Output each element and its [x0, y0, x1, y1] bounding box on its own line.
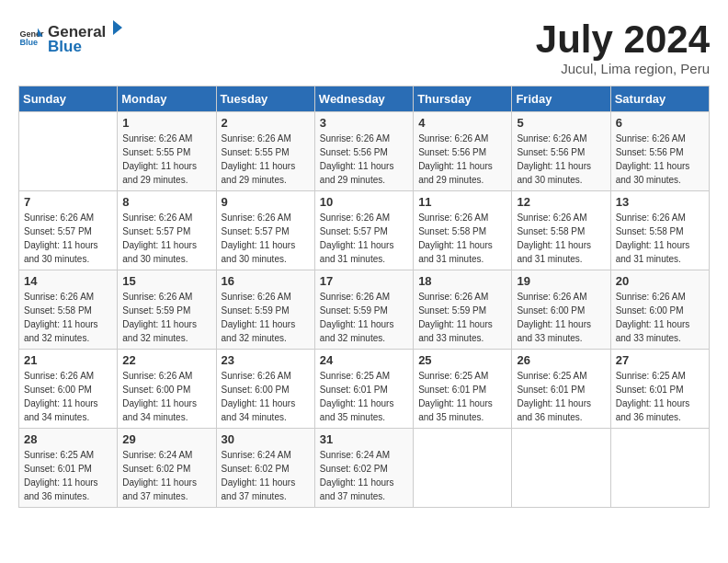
day-info: Sunrise: 6:26 AM Sunset: 5:59 PM Dayligh… — [418, 290, 506, 345]
day-info: Sunrise: 6:26 AM Sunset: 5:56 PM Dayligh… — [320, 132, 408, 187]
calendar-title: July 2024 — [536, 18, 710, 61]
day-number: 21 — [24, 353, 112, 367]
day-info: Sunrise: 6:26 AM Sunset: 5:59 PM Dayligh… — [122, 290, 210, 345]
day-info: Sunrise: 6:26 AM Sunset: 5:58 PM Dayligh… — [517, 211, 605, 266]
day-info: Sunrise: 6:25 AM Sunset: 6:01 PM Dayligh… — [418, 369, 506, 424]
day-number: 8 — [122, 195, 210, 209]
day-cell: 22Sunrise: 6:26 AM Sunset: 6:00 PM Dayli… — [118, 350, 216, 429]
day-number: 30 — [222, 432, 310, 446]
day-info: Sunrise: 6:25 AM Sunset: 6:01 PM Dayligh… — [616, 369, 704, 424]
day-number: 6 — [616, 116, 704, 130]
weekday-header-friday: Friday — [512, 86, 610, 112]
day-info: Sunrise: 6:26 AM Sunset: 5:55 PM Dayligh… — [222, 132, 310, 187]
day-info: Sunrise: 6:26 AM Sunset: 5:57 PM Dayligh… — [222, 211, 310, 266]
day-info: Sunrise: 6:25 AM Sunset: 6:01 PM Dayligh… — [320, 369, 408, 424]
day-cell: 17Sunrise: 6:26 AM Sunset: 5:59 PM Dayli… — [314, 270, 413, 350]
day-info: Sunrise: 6:26 AM Sunset: 5:58 PM Dayligh… — [418, 211, 506, 266]
day-number: 7 — [24, 195, 112, 209]
day-info: Sunrise: 6:26 AM Sunset: 5:56 PM Dayligh… — [418, 132, 506, 187]
day-number: 27 — [616, 353, 704, 367]
weekday-header-monday: Monday — [118, 86, 216, 112]
day-cell: 19Sunrise: 6:26 AM Sunset: 6:00 PM Dayli… — [512, 270, 610, 350]
day-info: Sunrise: 6:26 AM Sunset: 6:00 PM Dayligh… — [616, 290, 704, 345]
week-row-2: 7Sunrise: 6:26 AM Sunset: 5:57 PM Daylig… — [19, 191, 710, 270]
day-cell: 24Sunrise: 6:25 AM Sunset: 6:01 PM Dayli… — [314, 350, 413, 429]
logo-arrow-icon — [106, 18, 124, 37]
day-info: Sunrise: 6:26 AM Sunset: 5:55 PM Dayligh… — [122, 132, 210, 187]
day-cell — [414, 429, 512, 508]
day-cell: 29Sunrise: 6:24 AM Sunset: 6:02 PM Dayli… — [118, 429, 216, 508]
day-number: 13 — [616, 195, 704, 209]
day-number: 9 — [222, 195, 310, 209]
weekday-header-saturday: Saturday — [610, 86, 709, 112]
day-number: 24 — [320, 353, 408, 367]
day-number: 12 — [517, 195, 605, 209]
day-info: Sunrise: 6:26 AM Sunset: 6:00 PM Dayligh… — [24, 369, 112, 424]
day-cell: 4Sunrise: 6:26 AM Sunset: 5:56 PM Daylig… — [414, 112, 512, 191]
day-number: 22 — [122, 353, 210, 367]
calendar-subtitle: Jucul, Lima region, Peru — [536, 61, 710, 76]
day-cell: 2Sunrise: 6:26 AM Sunset: 5:55 PM Daylig… — [216, 112, 314, 191]
day-number: 18 — [418, 274, 506, 288]
day-cell: 18Sunrise: 6:26 AM Sunset: 5:59 PM Dayli… — [414, 270, 512, 350]
day-number: 2 — [222, 116, 310, 130]
day-cell: 8Sunrise: 6:26 AM Sunset: 5:57 PM Daylig… — [118, 191, 216, 270]
day-number: 20 — [616, 274, 704, 288]
svg-marker-3 — [113, 20, 122, 35]
day-info: Sunrise: 6:26 AM Sunset: 5:56 PM Dayligh… — [616, 132, 704, 187]
day-info: Sunrise: 6:26 AM Sunset: 5:58 PM Dayligh… — [616, 211, 704, 266]
day-info: Sunrise: 6:24 AM Sunset: 6:02 PM Dayligh… — [122, 448, 210, 503]
weekday-header-sunday: Sunday — [19, 86, 118, 112]
day-number: 15 — [122, 274, 210, 288]
day-info: Sunrise: 6:26 AM Sunset: 5:57 PM Dayligh… — [122, 211, 210, 266]
day-info: Sunrise: 6:26 AM Sunset: 6:00 PM Dayligh… — [222, 369, 310, 424]
day-info: Sunrise: 6:24 AM Sunset: 6:02 PM Dayligh… — [320, 448, 408, 503]
day-cell: 15Sunrise: 6:26 AM Sunset: 5:59 PM Dayli… — [118, 270, 216, 350]
day-cell: 26Sunrise: 6:25 AM Sunset: 6:01 PM Dayli… — [512, 350, 610, 429]
header: General Blue General Blue July 2024 Jucu… — [18, 18, 710, 76]
day-info: Sunrise: 6:26 AM Sunset: 5:59 PM Dayligh… — [222, 290, 310, 345]
day-number: 26 — [517, 353, 605, 367]
day-info: Sunrise: 6:26 AM Sunset: 5:56 PM Dayligh… — [517, 132, 605, 187]
day-cell: 27Sunrise: 6:25 AM Sunset: 6:01 PM Dayli… — [610, 350, 709, 429]
weekday-header-row: SundayMondayTuesdayWednesdayThursdayFrid… — [19, 86, 710, 112]
day-number: 29 — [122, 432, 210, 446]
weekday-header-wednesday: Wednesday — [314, 86, 413, 112]
day-info: Sunrise: 6:26 AM Sunset: 5:57 PM Dayligh… — [320, 211, 408, 266]
day-number: 3 — [320, 116, 408, 130]
day-number: 23 — [222, 353, 310, 367]
day-info: Sunrise: 6:26 AM Sunset: 5:58 PM Dayligh… — [24, 290, 112, 345]
week-row-5: 28Sunrise: 6:25 AM Sunset: 6:01 PM Dayli… — [19, 429, 710, 508]
logo-icon: General Blue — [18, 25, 44, 51]
day-cell: 28Sunrise: 6:25 AM Sunset: 6:01 PM Dayli… — [19, 429, 118, 508]
day-cell: 14Sunrise: 6:26 AM Sunset: 5:58 PM Dayli… — [19, 270, 118, 350]
day-cell: 13Sunrise: 6:26 AM Sunset: 5:58 PM Dayli… — [610, 191, 709, 270]
day-number: 28 — [24, 432, 112, 446]
day-cell: 23Sunrise: 6:26 AM Sunset: 6:00 PM Dayli… — [216, 350, 314, 429]
day-info: Sunrise: 6:26 AM Sunset: 5:57 PM Dayligh… — [24, 211, 112, 266]
day-cell: 5Sunrise: 6:26 AM Sunset: 5:56 PM Daylig… — [512, 112, 610, 191]
day-cell: 31Sunrise: 6:24 AM Sunset: 6:02 PM Dayli… — [314, 429, 413, 508]
day-number: 1 — [122, 116, 210, 130]
day-number: 4 — [418, 116, 506, 130]
day-number: 10 — [320, 195, 408, 209]
day-cell: 25Sunrise: 6:25 AM Sunset: 6:01 PM Dayli… — [414, 350, 512, 429]
week-row-3: 14Sunrise: 6:26 AM Sunset: 5:58 PM Dayli… — [19, 270, 710, 350]
week-row-1: 1Sunrise: 6:26 AM Sunset: 5:55 PM Daylig… — [19, 112, 710, 191]
day-number: 19 — [517, 274, 605, 288]
day-info: Sunrise: 6:26 AM Sunset: 6:00 PM Dayligh… — [122, 369, 210, 424]
day-number: 31 — [320, 432, 408, 446]
day-cell: 9Sunrise: 6:26 AM Sunset: 5:57 PM Daylig… — [216, 191, 314, 270]
day-number: 17 — [320, 274, 408, 288]
day-cell: 3Sunrise: 6:26 AM Sunset: 5:56 PM Daylig… — [314, 112, 413, 191]
day-cell: 10Sunrise: 6:26 AM Sunset: 5:57 PM Dayli… — [314, 191, 413, 270]
weekday-header-thursday: Thursday — [414, 86, 512, 112]
day-cell: 12Sunrise: 6:26 AM Sunset: 5:58 PM Dayli… — [512, 191, 610, 270]
day-cell: 21Sunrise: 6:26 AM Sunset: 6:00 PM Dayli… — [19, 350, 118, 429]
day-number: 25 — [418, 353, 506, 367]
day-info: Sunrise: 6:25 AM Sunset: 6:01 PM Dayligh… — [24, 448, 112, 503]
weekday-header-tuesday: Tuesday — [216, 86, 314, 112]
day-info: Sunrise: 6:26 AM Sunset: 5:59 PM Dayligh… — [320, 290, 408, 345]
day-cell: 7Sunrise: 6:26 AM Sunset: 5:57 PM Daylig… — [19, 191, 118, 270]
svg-text:Blue: Blue — [19, 38, 38, 47]
